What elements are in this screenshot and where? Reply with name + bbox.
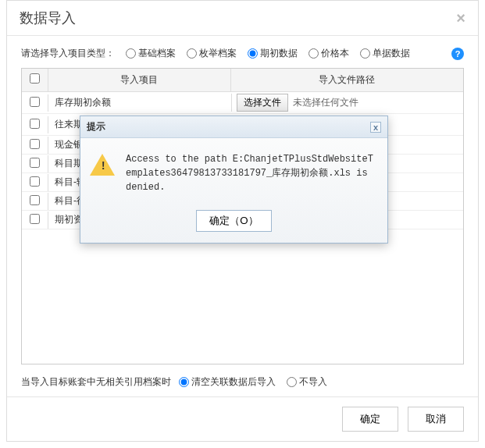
row-checkbox-cell: [22, 155, 48, 172]
alert-ok-button[interactable]: 确定（O）: [196, 210, 271, 232]
import-type-option[interactable]: 单据数据: [360, 47, 410, 60]
row-checkbox[interactable]: [30, 214, 40, 224]
header-item: 导入项目: [48, 69, 231, 91]
missing-archive-radio[interactable]: [287, 377, 297, 387]
help-icon[interactable]: ?: [451, 48, 464, 60]
header-path: 导入文件路径: [231, 69, 463, 91]
import-type-radio[interactable]: [126, 48, 136, 59]
alert-title: 提示: [87, 120, 105, 133]
import-type-radio[interactable]: [248, 48, 258, 59]
import-type-radio-group: 基础档案枚举档案期初数据价格本单据数据: [126, 47, 410, 60]
header-checkbox-cell: [22, 69, 48, 91]
row-checkbox-cell: [22, 174, 48, 191]
alert-body: Access to the path E:ChanjetTPlusStdWebs…: [80, 138, 387, 204]
import-type-option[interactable]: 期初数据: [248, 47, 298, 60]
row-checkbox[interactable]: [30, 195, 40, 205]
import-type-option-label: 单据数据: [373, 47, 410, 60]
row-checkbox[interactable]: [30, 158, 40, 168]
alert-close-icon[interactable]: x: [370, 122, 381, 133]
alert-footer: 确定（O）: [80, 204, 387, 243]
alert-dialog: 提示 x Access to the path E:ChanjetTPlusSt…: [80, 116, 388, 244]
select-all-checkbox[interactable]: [30, 73, 40, 84]
grid-header-row: 导入项目 导入文件路径: [22, 69, 463, 92]
import-type-radio[interactable]: [360, 48, 370, 59]
import-type-option-label: 基础档案: [138, 47, 176, 60]
missing-archive-option-label: 清空关联数据后导入: [191, 375, 276, 389]
row-checkbox[interactable]: [30, 119, 40, 129]
cancel-button[interactable]: 取消: [408, 407, 464, 432]
import-type-option-label: 枚举档案: [199, 47, 237, 60]
file-status-text: 未选择任何文件: [293, 96, 358, 109]
import-type-option[interactable]: 枚举档案: [187, 47, 237, 60]
table-row: 库存期初余额选择文件未选择任何文件: [22, 92, 463, 114]
missing-archive-radio[interactable]: [179, 377, 189, 387]
modal-title: 数据导入: [20, 9, 76, 27]
import-type-option[interactable]: 价格本: [308, 47, 349, 60]
missing-archive-option[interactable]: 清空关联数据后导入: [179, 375, 276, 389]
import-type-option-label: 价格本: [321, 47, 349, 60]
import-type-radio[interactable]: [308, 48, 319, 59]
row-checkbox-cell: [22, 116, 48, 133]
import-type-label: 请选择导入项目类型：: [21, 47, 115, 60]
alert-message: Access to the path E:ChanjetTPlusStdWebs…: [126, 152, 378, 194]
import-type-option[interactable]: 基础档案: [126, 47, 176, 60]
import-type-option-label: 期初数据: [260, 47, 298, 60]
missing-archive-option-label: 不导入: [299, 375, 327, 389]
row-checkbox-cell: [22, 137, 48, 154]
import-type-row: 请选择导入项目类型： 基础档案枚举档案期初数据价格本单据数据 ?: [21, 47, 464, 60]
close-icon[interactable]: ×: [456, 9, 465, 27]
missing-archive-label: 当导入目标账套中无相关引用档案时: [21, 375, 171, 389]
choose-file-button[interactable]: 选择文件: [237, 94, 288, 112]
row-checkbox-cell: [22, 94, 48, 112]
row-item-label: 库存期初余额: [48, 94, 232, 112]
alert-header: 提示 x: [80, 116, 387, 138]
missing-archive-option[interactable]: 不导入: [287, 375, 327, 389]
row-checkbox-cell: [22, 212, 48, 229]
modal-footer: 确定 取消: [7, 396, 478, 441]
missing-archive-radio-group: 清空关联数据后导入不导入: [179, 375, 327, 389]
row-path-cell: 选择文件未选择任何文件: [232, 92, 463, 113]
row-checkbox[interactable]: [30, 176, 40, 187]
row-checkbox[interactable]: [30, 139, 40, 149]
row-checkbox[interactable]: [30, 97, 40, 107]
warning-icon: [90, 154, 115, 176]
ok-button[interactable]: 确定: [342, 407, 398, 432]
missing-archive-row: 当导入目标账套中无相关引用档案时 清空关联数据后导入不导入: [21, 375, 464, 389]
modal-header: 数据导入 ×: [7, 1, 478, 36]
row-checkbox-cell: [22, 193, 48, 210]
import-type-radio[interactable]: [187, 48, 197, 59]
